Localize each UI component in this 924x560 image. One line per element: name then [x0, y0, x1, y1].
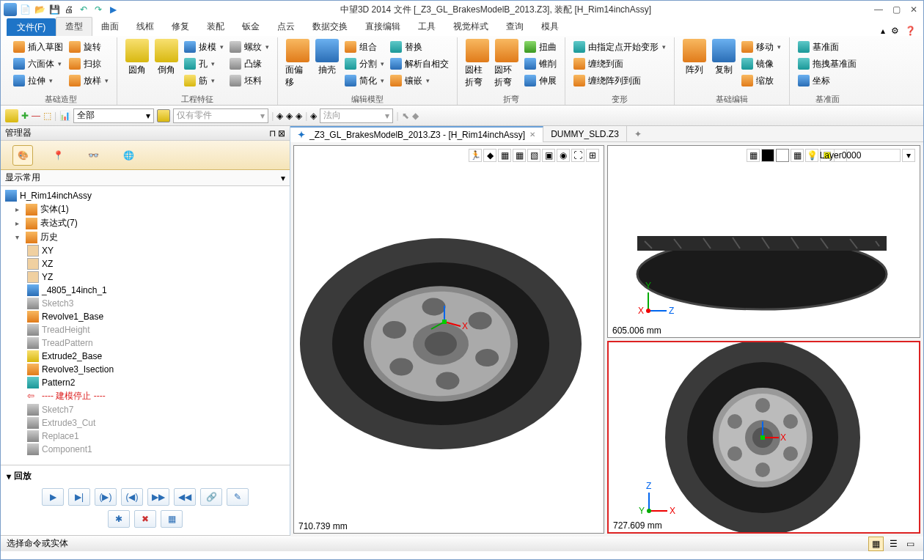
rb-replace[interactable]: 替换 — [388, 39, 451, 55]
rb-chamfer[interactable]: 倒角 — [153, 37, 180, 94]
qat-undo[interactable]: ↶ — [77, 3, 90, 16]
rb-wrap[interactable]: 缠绕到面 — [571, 56, 668, 72]
rb-inlay[interactable]: 镶嵌▾ — [388, 73, 451, 89]
vtb-render[interactable]: ▦ — [747, 149, 760, 162]
vtb-4[interactable]: ▦ — [513, 149, 526, 162]
rb-twist[interactable]: 扭曲 — [522, 39, 559, 55]
tree-rep1[interactable]: Replace1 — [42, 431, 79, 441]
settings-icon[interactable]: ⚙ — [891, 26, 899, 36]
filter-remove-icon[interactable]: — — [32, 111, 40, 121]
tab-direct[interactable]: 直接编辑 — [356, 18, 409, 36]
vtb-bulb[interactable]: 💡 — [805, 149, 818, 162]
panel-pin-icon[interactable]: ⊓ — [269, 128, 276, 139]
tab-wire[interactable]: 线框 — [128, 18, 163, 36]
tree-rev1[interactable]: Revolve1_Base — [42, 312, 103, 322]
filter-i1[interactable]: ◈ — [276, 111, 283, 121]
vtb-2[interactable]: ◆ — [483, 149, 496, 162]
rb-extrude[interactable]: 拉伸▾ — [11, 73, 65, 89]
vtb-8[interactable]: ⛶ — [571, 149, 584, 162]
viewport-iso[interactable]: 🏃 ◆ ▦ ▦ ▧ ▣ ◉ ⛶ ⊞ — [293, 145, 604, 534]
show-dropdown-icon[interactable]: ▾ — [281, 173, 285, 183]
app-icon[interactable] — [4, 3, 17, 16]
sb-layout3[interactable]: ▭ — [903, 537, 917, 550]
tab-tools[interactable]: 工具 — [409, 18, 444, 36]
tab-asm[interactable]: 装配 — [198, 18, 233, 36]
rb-offset[interactable]: 面偏移 — [284, 37, 312, 94]
rb-datum[interactable]: 基准面 — [796, 39, 859, 55]
tab-surface[interactable]: 曲面 — [92, 18, 128, 36]
qat-save[interactable]: 💾 — [48, 3, 61, 16]
vtb-color-white[interactable] — [776, 149, 789, 162]
pb-ff[interactable]: ▶▶ — [147, 488, 169, 506]
tree-pat2[interactable]: Pattern2 — [42, 377, 75, 388]
mgr-tab-palette[interactable]: 🎨 — [12, 145, 33, 166]
rb-wraparr[interactable]: 缠绕阵列到面 — [571, 73, 668, 89]
doctab-2[interactable]: DUMMY_SLD.Z3 — [543, 126, 627, 142]
filter-cube-icon[interactable] — [157, 109, 170, 122]
vtb-color-black[interactable] — [761, 149, 774, 162]
rb-fillet[interactable]: 圆角 — [123, 37, 151, 94]
tree-history[interactable]: 历史 — [40, 231, 58, 243]
filter-i4[interactable]: ◈ — [310, 111, 317, 121]
tree-sketch3[interactable]: Sketch3 — [42, 298, 73, 309]
tab-shape[interactable]: 造型 — [56, 17, 92, 36]
tree-yz[interactable]: YZ — [42, 272, 53, 282]
filter-i2[interactable]: ◈ — [286, 111, 293, 121]
rb-revolve[interactable]: 旋转 — [67, 39, 111, 55]
tree-rev3[interactable]: Revolve3_Isection — [42, 364, 114, 375]
rb-torbend[interactable]: 圆环折弯 — [493, 37, 521, 94]
rb-stretch[interactable]: 伸展 — [522, 73, 559, 89]
tab-visual[interactable]: 视觉样式 — [444, 18, 497, 36]
tree-tp[interactable]: TreadPattern — [42, 338, 93, 348]
tree-xy[interactable]: XY — [42, 246, 54, 256]
rb-taper[interactable]: 锥削 — [522, 56, 559, 72]
tree-solids[interactable]: 实体(1) — [40, 203, 69, 215]
vtb-5[interactable]: ▧ — [527, 149, 540, 162]
rb-combine[interactable]: 组合 — [342, 39, 386, 55]
rb-blank[interactable]: 坯料 — [227, 73, 271, 89]
filter-i3[interactable]: ◈ — [296, 111, 302, 121]
tree-ex2[interactable]: Extrude2_Base — [42, 351, 102, 361]
rb-thread[interactable]: 螺纹▾ — [227, 39, 271, 55]
tree-assembly[interactable]: H_Rim14inchAssy — [20, 191, 92, 201]
mgr-tab-globe[interactable]: 🌐 — [118, 145, 139, 166]
pb-rw[interactable]: ◀◀ — [174, 488, 196, 506]
filter-chart-icon[interactable]: 📊 — [59, 111, 70, 121]
rb-hole[interactable]: 孔▾ — [182, 56, 226, 72]
rb-dragdatum[interactable]: 拖拽基准面 — [796, 56, 859, 72]
vtb-3[interactable]: ▦ — [498, 149, 511, 162]
filter-add-icon[interactable]: ✚ — [21, 111, 29, 121]
sb-layout1[interactable]: ▦ — [868, 537, 884, 551]
feature-tree[interactable]: H_Rim14inchAssy ▸实体(1) ▸表达式(7) ▾历史 XY XZ… — [1, 186, 290, 465]
minimize-icon[interactable]: — — [872, 4, 885, 15]
tree-comp1[interactable]: Component1 — [42, 444, 92, 454]
rb-deform-pt[interactable]: 由指定点开始变形▾ — [571, 39, 668, 55]
layer-select[interactable]: Layer0000 — [820, 149, 901, 162]
tree-ex3[interactable]: Extrude3_Cut — [42, 418, 95, 428]
rb-simplify[interactable]: 简化▾ — [342, 73, 386, 89]
doctab-close-icon[interactable]: ✕ — [529, 130, 535, 139]
rb-draft[interactable]: 拔模▾ — [182, 39, 226, 55]
qat-open[interactable]: 📂 — [33, 3, 46, 16]
qat-redo[interactable]: ↷ — [92, 3, 105, 16]
layer-dd[interactable]: ▾ — [902, 149, 915, 162]
tree-sk7[interactable]: Sketch7 — [42, 405, 73, 415]
qat-print[interactable]: 🖨 — [62, 3, 76, 16]
close-icon[interactable]: ✕ — [907, 4, 920, 15]
pb-next[interactable]: ▶| — [68, 488, 90, 506]
pb-view[interactable]: ▦ — [161, 510, 183, 528]
rb-rib[interactable]: 筋▾ — [182, 73, 226, 89]
help-icon[interactable]: ❓ — [905, 26, 916, 36]
rb-scale[interactable]: 缩放 — [739, 73, 783, 89]
filter-i5[interactable]: ⬉ — [402, 111, 409, 121]
sb-layout2[interactable]: ☰ — [887, 537, 901, 550]
tab-mold[interactable]: 模具 — [532, 18, 568, 36]
vtb-6[interactable]: ▣ — [542, 149, 555, 162]
tree-4805[interactable]: _4805_14inch_1 — [42, 285, 107, 295]
vtb-7[interactable]: ◉ — [557, 149, 570, 162]
tree-expr[interactable]: 表达式(7) — [40, 217, 78, 229]
file-menu[interactable]: 文件(F) — [7, 18, 56, 36]
panel-close-icon[interactable]: ⊠ — [278, 128, 285, 139]
mgr-tab-stamp[interactable]: 📍 — [48, 145, 68, 166]
rb-selfint[interactable]: 解析自相交 — [388, 56, 451, 72]
